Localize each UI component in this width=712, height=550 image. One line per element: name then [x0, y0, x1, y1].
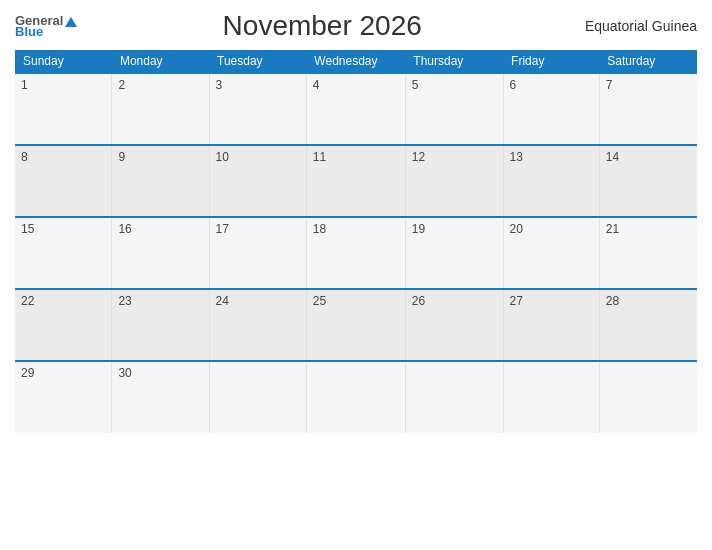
page: General Blue November 2026 Equatorial Gu… — [0, 0, 712, 550]
calendar-day: 23 — [112, 289, 209, 361]
logo-triangle-icon — [65, 17, 77, 27]
calendar-day: 26 — [405, 289, 503, 361]
calendar-header-row: Sunday Monday Tuesday Wednesday Thursday… — [15, 50, 697, 73]
calendar-day: 8 — [15, 145, 112, 217]
calendar-day: 21 — [599, 217, 697, 289]
header: General Blue November 2026 Equatorial Gu… — [15, 10, 697, 42]
calendar-day: 3 — [209, 73, 306, 145]
calendar-week-3: 15161718192021 — [15, 217, 697, 289]
calendar-day: 29 — [15, 361, 112, 433]
calendar-day: 14 — [599, 145, 697, 217]
col-tuesday: Tuesday — [209, 50, 306, 73]
logo: General Blue — [15, 14, 77, 38]
calendar-week-1: 1234567 — [15, 73, 697, 145]
calendar-day — [503, 361, 599, 433]
col-friday: Friday — [503, 50, 599, 73]
calendar-day: 9 — [112, 145, 209, 217]
calendar-day — [599, 361, 697, 433]
calendar-day: 22 — [15, 289, 112, 361]
col-saturday: Saturday — [599, 50, 697, 73]
calendar-day: 24 — [209, 289, 306, 361]
col-thursday: Thursday — [405, 50, 503, 73]
calendar-week-5: 2930 — [15, 361, 697, 433]
calendar-day: 13 — [503, 145, 599, 217]
calendar-day: 18 — [306, 217, 405, 289]
calendar-day: 28 — [599, 289, 697, 361]
col-monday: Monday — [112, 50, 209, 73]
calendar-day: 7 — [599, 73, 697, 145]
calendar-day: 6 — [503, 73, 599, 145]
calendar-day: 20 — [503, 217, 599, 289]
calendar-day: 2 — [112, 73, 209, 145]
calendar-day: 1 — [15, 73, 112, 145]
calendar-week-2: 891011121314 — [15, 145, 697, 217]
col-sunday: Sunday — [15, 50, 112, 73]
calendar-day: 11 — [306, 145, 405, 217]
calendar-day: 16 — [112, 217, 209, 289]
calendar-day: 5 — [405, 73, 503, 145]
calendar-day — [405, 361, 503, 433]
calendar-day: 12 — [405, 145, 503, 217]
calendar-day: 4 — [306, 73, 405, 145]
calendar-week-4: 22232425262728 — [15, 289, 697, 361]
calendar-day: 27 — [503, 289, 599, 361]
logo-blue-text: Blue — [15, 25, 43, 38]
calendar-table: Sunday Monday Tuesday Wednesday Thursday… — [15, 50, 697, 433]
calendar-day: 19 — [405, 217, 503, 289]
calendar-title: November 2026 — [77, 10, 567, 42]
calendar-day: 17 — [209, 217, 306, 289]
country-label: Equatorial Guinea — [567, 18, 697, 34]
col-wednesday: Wednesday — [306, 50, 405, 73]
calendar-day — [209, 361, 306, 433]
calendar-day — [306, 361, 405, 433]
calendar-day: 15 — [15, 217, 112, 289]
calendar-day: 30 — [112, 361, 209, 433]
calendar-day: 25 — [306, 289, 405, 361]
calendar-day: 10 — [209, 145, 306, 217]
